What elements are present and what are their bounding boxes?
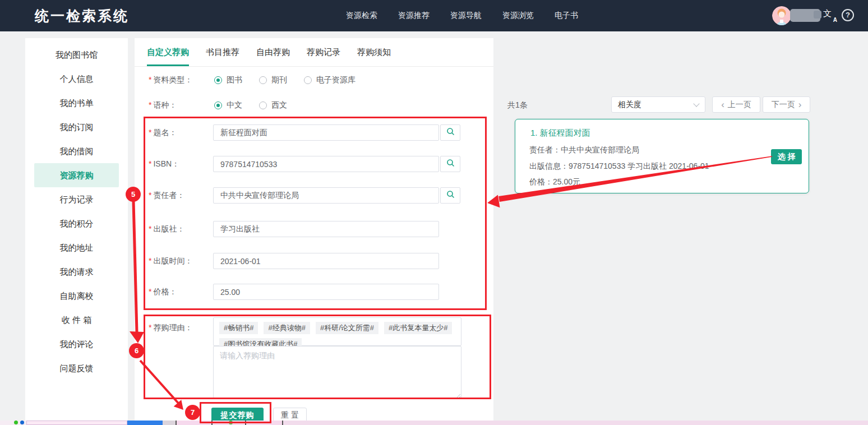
publish-date-field-label: *出版时间： bbox=[149, 253, 192, 269]
tab-recommendation-records[interactable]: 荐购记录 bbox=[307, 38, 340, 66]
nav-resource-browse[interactable]: 资源浏览 bbox=[502, 11, 534, 21]
taskbar-window-active[interactable] bbox=[127, 421, 163, 425]
isbn-search-button[interactable] bbox=[440, 156, 460, 172]
radio-label: 期刊 bbox=[271, 75, 287, 85]
tab-recommendation-notice[interactable]: 荐购须知 bbox=[357, 38, 391, 66]
taskbar-tab-3[interactable] bbox=[245, 421, 283, 425]
title-search-button[interactable] bbox=[440, 124, 460, 141]
sidebar-item-my-comments[interactable]: 我的评论 bbox=[25, 332, 128, 356]
main-panel: 自定义荐购 书目推荐 自由荐购 荐购记录 荐购须知 *资料类型： 图书 期刊 电… bbox=[135, 38, 493, 425]
search-icon bbox=[446, 127, 455, 138]
sidebar: 我的图书馆 个人信息 我的书单 我的订阅 我的借阅 资源荐购 行为记录 我的积分… bbox=[25, 38, 128, 425]
translate-icon[interactable]: 文 A bbox=[823, 8, 838, 23]
publisher-label-text: 出版社： bbox=[153, 224, 184, 233]
reason-field-label: *荐购理由： bbox=[149, 320, 192, 336]
taskbar-window-1[interactable] bbox=[26, 421, 127, 425]
translate-a-glyph: A bbox=[833, 17, 837, 23]
radio-label: 西文 bbox=[271, 100, 287, 110]
taskbar-tab-2[interactable] bbox=[211, 421, 245, 425]
publisher-field-label: *出版社： bbox=[149, 221, 184, 237]
radio-dot-icon bbox=[214, 76, 222, 84]
radio-dot-icon bbox=[214, 101, 222, 109]
isbn-input[interactable] bbox=[213, 156, 439, 172]
author-input[interactable] bbox=[213, 187, 439, 204]
author-label-text: 责任者： bbox=[153, 191, 184, 200]
avatar[interactable] bbox=[772, 6, 791, 25]
sort-dropdown[interactable]: 相关度 bbox=[611, 96, 705, 113]
nav-resource-recommend[interactable]: 资源推荐 bbox=[398, 11, 430, 21]
sidebar-item-my-subscription[interactable]: 我的订阅 bbox=[25, 115, 128, 139]
radio-dot-icon bbox=[259, 101, 267, 109]
price-input[interactable] bbox=[213, 284, 439, 300]
nav-resource-search[interactable]: 资源检索 bbox=[346, 11, 377, 21]
reason-tag-classic[interactable]: #经典读物# bbox=[264, 322, 310, 334]
reason-tag-bestseller[interactable]: #畅销书# bbox=[219, 322, 258, 334]
radio-label: 图书 bbox=[227, 75, 242, 85]
sidebar-item-personal-info[interactable]: 个人信息 bbox=[25, 67, 128, 91]
required-mark: * bbox=[149, 128, 151, 137]
language-radio-group: 中文 西文 bbox=[214, 97, 304, 113]
required-mark: * bbox=[149, 75, 151, 84]
tab-free-recommendation[interactable]: 自由荐购 bbox=[256, 38, 290, 66]
sidebar-item-my-library[interactable]: 我的图书馆 bbox=[25, 43, 128, 67]
taskbar-green-dot-icon bbox=[14, 421, 18, 424]
nav-resource-navigation[interactable]: 资源导航 bbox=[450, 11, 482, 21]
material-type-radio-group: 图书 期刊 电子资源库 bbox=[214, 72, 372, 88]
sidebar-item-my-booklist[interactable]: 我的书单 bbox=[25, 91, 128, 115]
prev-page-button[interactable]: ‹ 上一页 bbox=[712, 96, 760, 113]
taskbar-tab-1[interactable] bbox=[176, 421, 211, 425]
publisher-input[interactable] bbox=[213, 221, 439, 237]
language-label: *语种： bbox=[149, 97, 177, 113]
publish-date-input[interactable] bbox=[213, 253, 439, 269]
sidebar-item-behavior-record[interactable]: 行为记录 bbox=[25, 187, 128, 211]
sidebar-item-my-request[interactable]: 我的请求 bbox=[25, 260, 128, 284]
chevron-right-icon: › bbox=[798, 100, 802, 109]
sort-dropdown-value: 相关度 bbox=[618, 100, 641, 110]
select-button[interactable]: 选 择 bbox=[771, 149, 802, 164]
sidebar-item-my-address[interactable]: 我的地址 bbox=[25, 235, 128, 260]
translate-zh-glyph: 文 bbox=[823, 8, 832, 19]
taskbar-sliver[interactable] bbox=[0, 421, 868, 425]
author-field-label: *责任者： bbox=[149, 187, 184, 204]
reason-textarea[interactable] bbox=[213, 346, 461, 398]
resize-handle-icon[interactable] bbox=[454, 391, 460, 397]
required-mark: * bbox=[149, 100, 151, 109]
sidebar-item-resource-recommendation[interactable]: 资源荐购 bbox=[34, 163, 119, 187]
tab-bar: 自定义荐购 书目推荐 自由荐购 荐购记录 荐购须知 bbox=[135, 38, 493, 67]
next-page-button[interactable]: 下一页 › bbox=[763, 96, 810, 113]
prev-page-label: 上一页 bbox=[728, 100, 751, 110]
price-label-text: 价格： bbox=[153, 287, 177, 296]
radio-e-resource[interactable]: 电子资源库 bbox=[304, 75, 355, 85]
author-search-button[interactable] bbox=[440, 187, 460, 204]
required-mark: * bbox=[149, 191, 151, 200]
radio-label: 中文 bbox=[227, 100, 242, 110]
chevron-down-icon bbox=[693, 100, 699, 107]
required-mark: * bbox=[149, 256, 151, 265]
reason-label-text: 荐购理由： bbox=[153, 323, 192, 332]
annotation-step-7-badge: 7 bbox=[185, 405, 200, 420]
radio-label: 电子资源库 bbox=[316, 75, 355, 85]
radio-journal[interactable]: 期刊 bbox=[259, 75, 287, 85]
username-redacted[interactable] bbox=[790, 9, 820, 22]
sidebar-item-inbox[interactable]: 收 件 箱 bbox=[25, 308, 128, 332]
sidebar-item-my-borrowing[interactable]: 我的借阅 bbox=[25, 139, 128, 163]
sidebar-item-my-points[interactable]: 我的积分 bbox=[25, 211, 128, 235]
reason-tag-few-copies[interactable]: #此书复本量太少# bbox=[384, 322, 452, 334]
result-count: 共1条 bbox=[507, 100, 528, 110]
nav-ebook[interactable]: 电子书 bbox=[555, 11, 578, 21]
tab-custom-recommendation[interactable]: 自定义荐购 bbox=[147, 38, 189, 66]
chevron-left-icon: ‹ bbox=[721, 100, 724, 109]
radio-western[interactable]: 西文 bbox=[259, 100, 287, 110]
taskbar-tab-green-dot-icon bbox=[229, 421, 233, 424]
radio-book[interactable]: 图书 bbox=[214, 75, 242, 85]
result-title[interactable]: 1. 新征程面对面 bbox=[530, 128, 590, 138]
publish-date-label-text: 出版时间： bbox=[153, 256, 192, 265]
sidebar-item-self-checkout[interactable]: 自助离校 bbox=[25, 284, 128, 308]
sidebar-item-feedback[interactable]: 问题反馈 bbox=[25, 356, 128, 380]
radio-chinese[interactable]: 中文 bbox=[214, 100, 242, 110]
help-icon[interactable]: ? bbox=[842, 9, 854, 21]
next-page-label: 下一页 bbox=[772, 100, 795, 110]
tab-bibliography-recommendation[interactable]: 书目推荐 bbox=[206, 38, 239, 66]
title-input[interactable] bbox=[213, 124, 439, 141]
reason-tag-research[interactable]: #科研/论文所需# bbox=[316, 322, 378, 334]
